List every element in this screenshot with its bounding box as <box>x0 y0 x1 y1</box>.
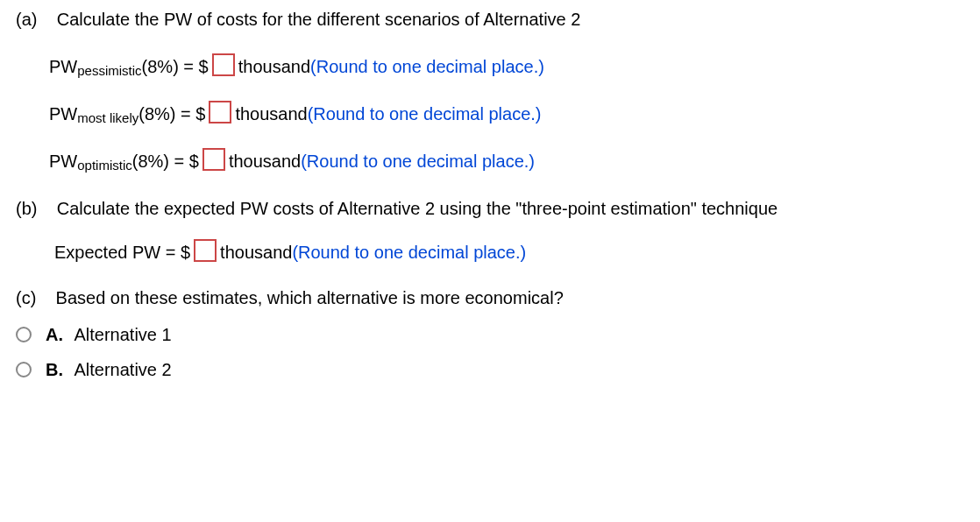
option-a-radio[interactable] <box>16 327 32 342</box>
part-c-section: (c) Based on these estimates, which alte… <box>16 286 964 382</box>
pw-rate: (8%) = $ <box>142 54 209 79</box>
expected-pw-input[interactable] <box>194 239 217 262</box>
part-c-question: Based on these estimates, which alternat… <box>56 288 564 307</box>
expected-pw-prefix: Expected PW = $ <box>54 240 190 265</box>
part-a-section: (a) Calculate the PW of costs for the di… <box>16 7 964 173</box>
unit-text: thousand <box>238 54 310 79</box>
option-a-text: Alternative 1 <box>74 325 171 344</box>
pw-rate: (8%) = $ <box>138 102 205 126</box>
option-b-row: B. Alternative 2 <box>16 357 964 382</box>
pw-subscript: pessimistic <box>77 61 141 80</box>
option-b-radio[interactable] <box>16 362 32 377</box>
expected-pw-row: Expected PW = $ thousand (Round to one d… <box>54 240 964 265</box>
part-a-label: (a) <box>16 10 37 29</box>
pw-optimistic-row: PW optimistic (8%) = $ thousand (Round t… <box>49 149 964 173</box>
option-a-row: A. Alternative 1 <box>16 322 964 347</box>
unit-text: thousand <box>235 102 307 126</box>
pw-pessimistic-input[interactable] <box>212 53 235 76</box>
rounding-hint: (Round to one decimal place.) <box>301 149 535 173</box>
options-group: A. Alternative 1 B. Alternative 2 <box>16 322 964 382</box>
option-b-letter: B. <box>46 360 63 379</box>
part-c-label: (c) <box>16 288 36 307</box>
pw-pessimistic-row: PW pessimistic (8%) = $ thousand (Round … <box>49 54 964 79</box>
pw-prefix: PW <box>49 102 77 126</box>
pw-prefix: PW <box>49 149 77 173</box>
part-b-question: Calculate the expected PW costs of Alter… <box>57 199 778 218</box>
pw-subscript: most likely <box>77 109 138 127</box>
part-a-question: Calculate the PW of costs for the differ… <box>57 10 581 29</box>
unit-text: thousand <box>220 240 292 265</box>
part-b-label: (b) <box>16 199 37 218</box>
pw-rate: (8%) = $ <box>132 149 199 173</box>
pw-prefix: PW <box>49 54 77 79</box>
unit-text: thousand <box>229 149 301 173</box>
rounding-hint: (Round to one decimal place.) <box>308 102 542 126</box>
pw-subscript: optimistic <box>77 156 132 174</box>
part-b-section: (b) Calculate the expected PW costs of A… <box>16 196 964 265</box>
pw-mostlikely-input[interactable] <box>209 101 231 123</box>
rounding-hint: (Round to one decimal place.) <box>292 240 526 265</box>
option-b-text: Alternative 2 <box>74 360 171 379</box>
option-a-letter: A. <box>46 325 63 344</box>
pw-mostlikely-row: PW most likely (8%) = $ thousand (Round … <box>49 102 964 126</box>
rounding-hint: (Round to one decimal place.) <box>310 54 544 79</box>
pw-optimistic-input[interactable] <box>202 148 225 171</box>
